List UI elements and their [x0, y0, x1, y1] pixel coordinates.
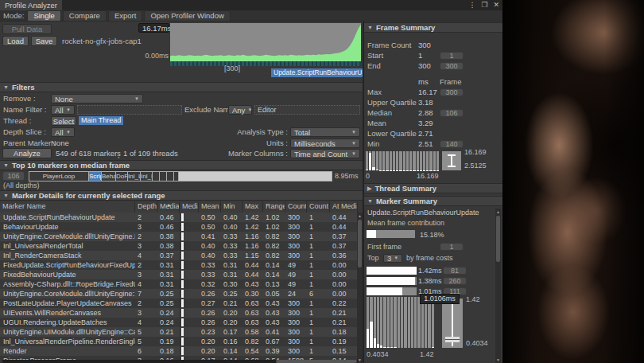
- pull-data-button[interactable]: Pull Data: [2, 24, 52, 34]
- marker-summary-histogram[interactable]: [367, 297, 434, 348]
- top-n-dropdown[interactable]: 3▼: [383, 254, 402, 263]
- column-header[interactable]: Depth: [135, 201, 157, 213]
- scroll-up-icon[interactable]: ▲: [357, 213, 363, 219]
- cost-frame-button[interactable]: 81: [443, 267, 467, 275]
- marker-summary-boxplot[interactable]: [442, 299, 463, 348]
- top10-segment[interactable]: Scrip: [88, 171, 101, 182]
- maximize-icon[interactable]: ❐: [481, 0, 487, 10]
- top10-header[interactable]: ▼ Top 10 markers on median frame: [0, 160, 363, 170]
- table-row[interactable]: Render60.180.200.140.540.3930010.15: [0, 346, 358, 356]
- window-tab[interactable]: Profile Analyzer: [0, 0, 62, 10]
- scrollbar-thumb[interactable]: [276, 360, 357, 363]
- tab-single[interactable]: Single: [27, 10, 60, 21]
- exclude-names-dropdown[interactable]: Any▼: [228, 105, 252, 115]
- table-row[interactable]: FixedUpdate.ScriptRunBehaviourFixedUpdat…: [0, 260, 358, 270]
- histogram-bucket: [383, 297, 386, 348]
- column-header[interactable]: Min: [221, 201, 242, 213]
- cost-frame-button[interactable]: 260: [443, 277, 467, 285]
- table-vertical-scrollbar[interactable]: ▲ ▼: [357, 213, 363, 363]
- table-row[interactable]: Update.ScriptRunBehaviourUpdate20.460.50…: [0, 213, 358, 222]
- top10-frame-button[interactable]: 106: [2, 171, 25, 181]
- stat-frame-button[interactable]: 1: [440, 52, 464, 60]
- column-header[interactable]: Range: [263, 201, 285, 213]
- table-header[interactable]: Marker NameDepthMedia▲MediaMeanMinMaxRan…: [0, 201, 358, 213]
- chevron-down-icon: ▼: [351, 139, 356, 148]
- stat-frame-button[interactable]: 300: [440, 88, 464, 96]
- cell-median: 0.46: [157, 222, 180, 232]
- table-row[interactable]: UGUI.Rendering.UpdateBatches40.240.260.2…: [0, 318, 358, 327]
- filters-header[interactable]: ▼ Filters: [0, 82, 363, 92]
- top10-segment[interactable]: Beha: [101, 171, 115, 182]
- column-header[interactable]: Count Fr: [307, 201, 330, 213]
- top10-segment[interactable]: [166, 171, 173, 182]
- table-row[interactable]: Inl_RenderCameraStack40.370.400.331.150.…: [0, 251, 358, 260]
- stat-frame-button[interactable]: 140: [440, 140, 464, 148]
- frame-summary-boxplot[interactable]: [442, 151, 461, 170]
- menu-icon[interactable]: ⋮: [468, 0, 475, 10]
- top10-segment[interactable]: DoR: [115, 171, 127, 182]
- thread-summary-header[interactable]: ▶ Thread Summary: [364, 183, 502, 193]
- tab-open-profiler-window[interactable]: Open Profiler Window: [144, 10, 230, 21]
- table-row[interactable]: UnityEngine.UIModule.dll!UnityEngine::Ca…: [0, 327, 358, 337]
- tab-compare[interactable]: Compare: [63, 10, 107, 21]
- scrollbar-thumb[interactable]: [496, 216, 500, 262]
- marker-summary-scrollbar[interactable]: ▲ ▼: [495, 209, 501, 363]
- top10-segment[interactable]: Inl_L: [127, 171, 140, 182]
- histogram-bucket: [429, 151, 432, 170]
- thread-value-chip[interactable]: Main Thread: [79, 116, 123, 125]
- table-row[interactable]: BehaviourUpdate30.460.500.401.421.023001…: [0, 222, 358, 232]
- first-frame-button[interactable]: 1: [440, 243, 464, 251]
- table-row[interactable]: FixedBehaviourUpdate30.310.330.310.440.1…: [0, 270, 358, 279]
- depth-slice-dropdown[interactable]: All▼: [51, 127, 75, 137]
- analyze-button[interactable]: Analyze: [2, 148, 52, 158]
- remove-dropdown[interactable]: None▼: [51, 94, 143, 103]
- top10-segment[interactable]: [159, 171, 166, 182]
- scroll-up-icon[interactable]: ▲: [495, 209, 501, 215]
- table-row[interactable]: UIEvents.WillRenderCanvases30.240.260.20…: [0, 308, 358, 318]
- units-dropdown[interactable]: Milliseconds▼: [290, 139, 360, 148]
- stat-row: Mean3.29: [367, 118, 499, 128]
- chart-selected-marker[interactable]: Update.ScriptRunBehaviourUpdate: [271, 68, 365, 77]
- frame-summary-header[interactable]: ▼ Frame Summary: [364, 22, 502, 33]
- column-header[interactable]: Media▲: [157, 201, 180, 213]
- column-header[interactable]: Media: [180, 201, 199, 213]
- stat-frame-button[interactable]: 106: [440, 109, 464, 117]
- scrollbar-thumb[interactable]: [358, 220, 362, 267]
- load-button[interactable]: Load: [2, 36, 29, 46]
- table-row[interactable]: Inl_UniversalRenderPipeline.RenderSingle…: [0, 337, 358, 346]
- top10-segment[interactable]: [152, 171, 159, 182]
- column-header[interactable]: Mean: [199, 201, 221, 213]
- close-icon[interactable]: ✕: [493, 0, 499, 10]
- scroll-down-icon[interactable]: ▼: [495, 357, 501, 363]
- marker-columns-dropdown[interactable]: Time and Count▼: [290, 149, 360, 158]
- cell-max: 0.30: [242, 289, 263, 299]
- column-header[interactable]: Max: [242, 201, 263, 213]
- chart-selection-strip[interactable]: [170, 61, 361, 66]
- exclude-names-input[interactable]: Editor: [254, 105, 360, 115]
- marker-summary-header[interactable]: ▼ Marker Summary: [364, 196, 502, 206]
- table-row[interactable]: Assembly-CSharp.dll!::RopeBridge.FixedUp…: [0, 279, 358, 289]
- thread-select-button[interactable]: Select: [51, 116, 76, 126]
- chart-scale-dropdown[interactable]: 16.17ms▼: [138, 23, 169, 33]
- tab-export[interactable]: Export: [108, 10, 142, 21]
- column-header[interactable]: Count: [285, 201, 307, 213]
- table-horizontal-scrollbar[interactable]: [2, 360, 358, 363]
- table-row[interactable]: Inl_UniversalRenderTotal30.380.400.331.1…: [0, 241, 358, 251]
- analysis-type-dropdown[interactable]: Total▼: [290, 127, 360, 137]
- scroll-down-icon[interactable]: ▼: [357, 357, 363, 363]
- table-row[interactable]: UnityEngine.CoreModule.dll!UnityEngine.R…: [0, 232, 358, 241]
- name-filter-dropdown[interactable]: All▼: [51, 105, 75, 115]
- frame-time-chart[interactable]: [170, 23, 361, 61]
- top10-segment[interactable]: Inl_P: [140, 171, 152, 182]
- top10-segment[interactable]: [178, 171, 332, 182]
- table-row[interactable]: UnityEngine.CoreModule.dll!UnityEngine::…: [0, 289, 358, 299]
- save-button[interactable]: Save: [31, 36, 57, 46]
- median-bar: [181, 271, 184, 279]
- column-header[interactable]: At Median F: [330, 201, 358, 213]
- column-header[interactable]: Marker Name: [0, 201, 135, 213]
- name-filter-input[interactable]: [77, 105, 182, 115]
- table-row[interactable]: PostLateUpdate.PlayerUpdateCanvases20.25…: [0, 299, 358, 308]
- frame-summary-histogram[interactable]: [366, 151, 439, 170]
- stat-frame-button[interactable]: 300: [440, 62, 464, 70]
- marker-details-header[interactable]: ▼ Marker Details for currently selected …: [0, 190, 363, 201]
